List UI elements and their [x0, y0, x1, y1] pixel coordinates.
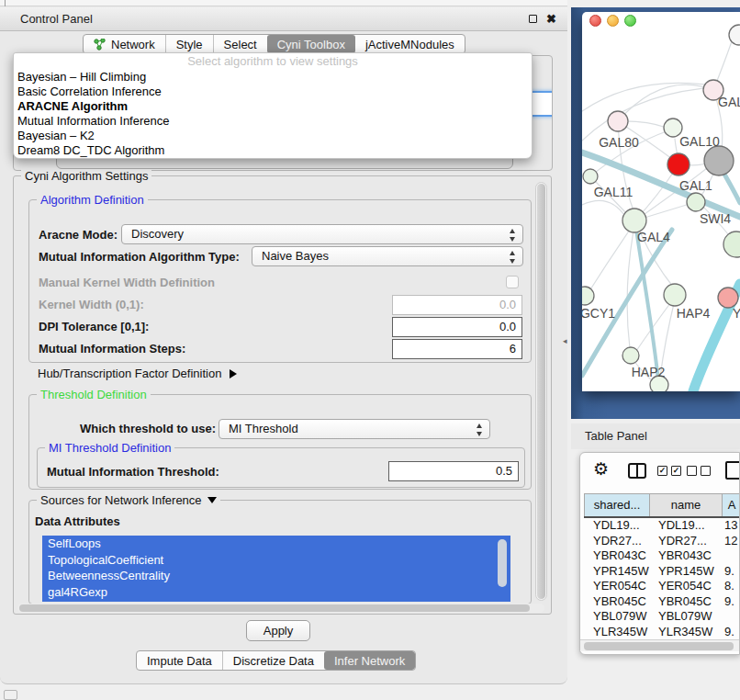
column-header-shared-[interactable]: shared... [584, 494, 649, 516]
dpi-tolerance-field[interactable]: 0.0 [392, 317, 522, 337]
tab-impute-data[interactable]: Impute Data [137, 651, 222, 670]
zoom-traffic-light[interactable] [624, 15, 636, 27]
data-attributes-list[interactable]: SelfLoopsTopologicalCoefficientBetweenne… [42, 536, 510, 602]
column-header-name[interactable]: name [649, 494, 722, 516]
column-header-a[interactable]: A [722, 494, 740, 516]
hub-factor-expander[interactable]: Hub/Transcription Factor Definition [38, 366, 237, 382]
checked-checkbox-icon[interactable]: ✓ [671, 466, 681, 476]
network-edge[interactable] [618, 85, 713, 121]
stepper-icon [510, 250, 516, 265]
network-node[interactable] [729, 25, 740, 45]
table-horizontal-scrollbar[interactable] [580, 639, 740, 651]
network-view-frame: GALGAL80GAL10GAL1GAL11GAL4SWI4GCY1HAP4YH… [571, 7, 740, 419]
table-row[interactable]: YLR345WYLR345W9. [584, 625, 740, 640]
cell: YDL19... [649, 518, 722, 534]
network-node[interactable] [608, 111, 628, 131]
sources-title-text: Sources for Network Inference [40, 493, 202, 507]
attribute-item-betweennesscentrality[interactable]: BetweennessCentrality [42, 568, 510, 584]
unchecked-checkbox-icon[interactable] [687, 466, 697, 476]
tab-network[interactable]: Network [84, 35, 165, 53]
cell: YDL19... [584, 518, 649, 534]
network-edge[interactable] [586, 230, 630, 297]
algorithm-option-bayesian-k2[interactable]: Bayesian – K2 [14, 129, 532, 143]
stepper-icon [477, 423, 483, 437]
tab-discretize-data[interactable]: Discretize Data [222, 651, 324, 670]
cell: YDR27... [649, 534, 722, 549]
list-scrollbar[interactable] [498, 539, 507, 587]
algorithm-option-basic-correlation-inference[interactable]: Basic Correlation Inference [14, 85, 532, 99]
tab-select[interactable]: Select [213, 35, 267, 53]
close-icon[interactable]: ✖ [546, 7, 556, 31]
aracne-mode-select[interactable]: Discovery [121, 224, 523, 244]
mi-threshold-group: MI Threshold Definition Mutual Informati… [37, 447, 525, 488]
network-node[interactable] [687, 193, 705, 211]
float-window-icon[interactable] [529, 15, 537, 23]
unchecked-checkbox-icon[interactable] [701, 466, 711, 476]
minimize-traffic-light[interactable] [607, 15, 619, 27]
network-node[interactable] [583, 169, 598, 184]
mi-steps-field[interactable]: 6 [392, 339, 522, 359]
network-node[interactable] [718, 288, 738, 308]
network-node[interactable] [704, 146, 734, 175]
kernel-width-field[interactable]: 0.0 [392, 295, 522, 315]
network-edge[interactable] [582, 83, 705, 111]
mi-threshold-field[interactable]: 0.5 [388, 461, 519, 481]
table-row[interactable]: YBR045CYBR045C9. [584, 594, 740, 610]
tab-jactivemnodules[interactable]: jActiveMNodules [355, 35, 465, 53]
table-row[interactable]: YBR043CYBR043C [584, 548, 740, 564]
network-node[interactable] [667, 153, 690, 175]
settings-horizontal-scrollbar[interactable] [17, 604, 544, 613]
scrollbar-thumb[interactable] [584, 642, 734, 650]
network-node[interactable] [582, 287, 594, 305]
splitter-collapse-icon[interactable]: ◂ [563, 336, 567, 345]
tab-cyni-toolbox[interactable]: Cyni Toolbox [267, 35, 355, 53]
table-row[interactable]: YDR27...YDR27...12 [584, 534, 740, 549]
checked-checkbox-icon[interactable]: ✓ [657, 466, 667, 476]
stepper-icon [510, 228, 516, 243]
tab-style[interactable]: Style [165, 35, 213, 53]
manual-kernel-checkbox[interactable] [506, 276, 519, 288]
algorithm-option-dream8-dc-tdc-algorithm[interactable]: Dream8 DC_TDC Algorithm [14, 143, 532, 158]
scrollbar-thumb[interactable] [19, 604, 530, 612]
attribute-item-selfloops[interactable]: SelfLoops [42, 536, 510, 552]
table-row[interactable]: YBL079WYBL079W [584, 609, 740, 625]
settings-vertical-scrollbar[interactable] [535, 182, 547, 601]
table-row[interactable]: YER054CYER054C8. [584, 579, 740, 594]
close-traffic-light[interactable] [589, 15, 601, 27]
scrollbar-thumb[interactable] [537, 184, 545, 599]
network-canvas[interactable]: GALGAL80GAL10GAL1GAL11GAL4SWI4GCY1HAP4YH… [582, 12, 740, 391]
network-node[interactable] [664, 284, 686, 306]
cell: YPR145W [649, 564, 722, 580]
aracne-mode-label: Aracne Mode: [39, 227, 118, 243]
network-node[interactable] [723, 231, 740, 257]
network-edge[interactable] [627, 220, 635, 348]
algorithm-option-aracne-algorithm[interactable]: ARACNE Algorithm [14, 99, 532, 114]
control-panel: Control Panel ✖ NetworkStyleSelectCyni T… [0, 0, 567, 684]
network-edge[interactable] [582, 88, 704, 141]
apply-button[interactable]: Apply [246, 620, 310, 641]
gear-icon[interactable]: ⚙ [593, 458, 609, 480]
collapse-down-icon [207, 497, 217, 503]
table-row[interactable]: YPR145WYPR145W9. [584, 564, 740, 580]
sources-group-title[interactable]: Sources for Network Inference [37, 493, 220, 507]
attribute-item-topologicalcoefficient[interactable]: TopologicalCoefficient [42, 552, 510, 569]
tab-infer-network[interactable]: Infer Network [324, 651, 415, 670]
network-view-window[interactable]: GALGAL80GAL10GAL1GAL11GAL4SWI4GCY1HAP4YH… [582, 12, 740, 391]
algorithm-option-bayesian-hill-climbing[interactable]: Bayesian – Hill Climbing [14, 70, 532, 85]
table-panel-title: Table Panel [585, 423, 647, 449]
node-label-y: Y [733, 306, 740, 321]
algorithm-option-mutual-information-inference[interactable]: Mutual Information Inference [14, 114, 532, 129]
network-edge[interactable] [582, 200, 626, 218]
table-row[interactable]: YDL19...YDL19...13 [584, 518, 740, 534]
which-threshold-select[interactable]: MI Threshold [219, 419, 490, 439]
mi-type-select[interactable]: Naive Bayes [252, 246, 523, 266]
threshold-definition-title: Threshold Definition [37, 388, 151, 401]
network-node[interactable] [622, 347, 639, 364]
export-table-icon[interactable] [725, 461, 740, 480]
mi-steps-label: Mutual Information Steps: [39, 341, 185, 357]
node-label-gal1: GAL1 [679, 178, 712, 193]
attribute-item-gal4rgexp[interactable]: gal4RGexp [42, 584, 510, 601]
corner-widget[interactable] [4, 690, 17, 700]
columns-icon[interactable] [628, 463, 646, 479]
cell: YER054C [584, 579, 649, 594]
